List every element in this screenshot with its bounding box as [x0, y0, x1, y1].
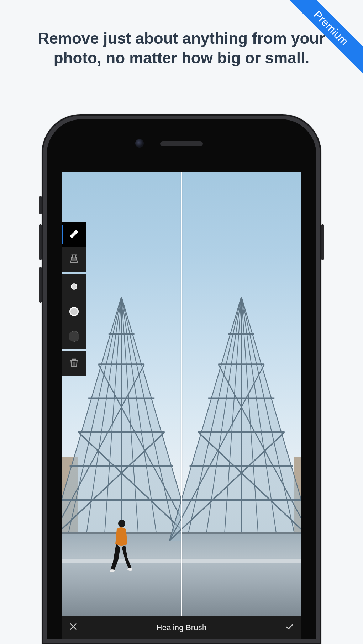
dot-icon: [69, 307, 79, 316]
bandage-icon: [68, 228, 80, 241]
compare-divider[interactable]: [181, 172, 182, 616]
pyramid-graphic: [169, 297, 301, 541]
svg-point-47: [74, 234, 75, 235]
dot-icon: [71, 283, 77, 290]
check-icon: [285, 622, 294, 633]
close-icon: [69, 622, 78, 633]
svg-point-45: [73, 233, 74, 234]
app-screen: Healing Brush: [62, 172, 301, 639]
dot-icon: [69, 331, 79, 342]
device-earpiece: [160, 141, 203, 146]
bottom-bar: Healing Brush: [62, 616, 301, 639]
photo-after: [182, 172, 301, 616]
trash-icon: [68, 357, 80, 370]
clone-stamp-tool[interactable]: [62, 247, 86, 272]
device-camera: [135, 139, 144, 148]
brush-size-hard[interactable]: [62, 324, 86, 349]
device-frame: Healing Brush: [42, 114, 321, 644]
tool-title: Healing Brush: [79, 623, 284, 632]
healing-brush-tool[interactable]: [62, 222, 86, 247]
svg-point-46: [75, 235, 76, 236]
cancel-button[interactable]: [68, 622, 79, 633]
svg-rect-21: [120, 520, 123, 522]
confirm-button[interactable]: [284, 622, 295, 633]
delete-spot-button[interactable]: [62, 351, 86, 376]
promo-headline: Remove just about anything from your pho…: [0, 28, 363, 68]
svg-point-23: [127, 568, 132, 571]
tool-mode-group: [62, 222, 86, 272]
person-before: [110, 518, 132, 572]
trash-group: [62, 351, 86, 376]
stamp-icon: [68, 253, 80, 266]
tool-column: [62, 222, 86, 376]
photo-canvas[interactable]: [62, 172, 301, 616]
brush-size-group: [62, 274, 86, 349]
svg-rect-48: [70, 261, 78, 262]
brush-size-medium[interactable]: [62, 299, 86, 324]
brush-size-small[interactable]: [62, 274, 86, 299]
